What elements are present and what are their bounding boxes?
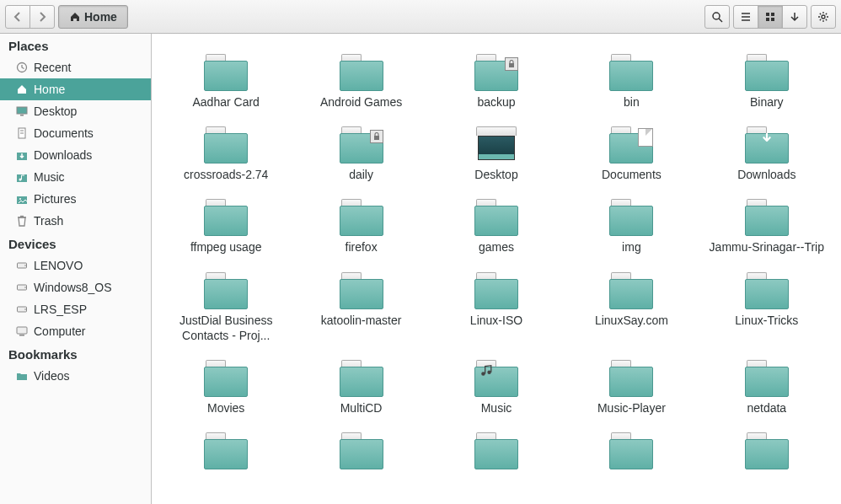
sidebar-item-label: Windows8_OS — [34, 281, 112, 294]
music-icon — [15, 170, 29, 184]
docs-icon — [15, 126, 29, 140]
file-item[interactable]: katoolin-master — [293, 265, 428, 346]
folder-icon — [338, 196, 385, 236]
file-label: Jammu-Srinagar--Trip — [710, 239, 824, 255]
file-item[interactable]: netdata — [699, 353, 834, 419]
file-item[interactable] — [429, 426, 564, 441]
grid-view-button[interactable] — [758, 5, 783, 29]
file-label: Music-Player — [597, 400, 666, 416]
file-item[interactable]: JustDial Business Contacts - Proj... — [158, 265, 293, 346]
breadcrumb-home[interactable]: Home — [58, 5, 128, 29]
file-item[interactable]: Music-Player — [564, 353, 699, 419]
sidebar-item-trash[interactable]: Trash — [0, 210, 151, 232]
lock-icon — [370, 130, 383, 143]
sidebar-item-music[interactable]: Music — [0, 166, 151, 188]
sidebar-item-computer[interactable]: Computer — [0, 320, 151, 342]
svg-point-34 — [487, 370, 490, 373]
folder-icon — [473, 269, 520, 309]
sidebar-item-label: Desktop — [34, 105, 77, 118]
sidebar-item-home[interactable]: Home — [0, 78, 151, 100]
file-item[interactable]: Jammu-Srinagar--Trip — [699, 192, 834, 258]
file-item[interactable] — [158, 426, 293, 441]
file-label: bin — [624, 94, 640, 110]
sidebar-item-lrs-esp[interactable]: LRS_ESP — [0, 298, 151, 320]
svg-line-1 — [719, 19, 722, 22]
file-item[interactable]: Binary — [699, 47, 834, 113]
sidebar-item-desktop[interactable]: Desktop — [0, 100, 151, 122]
sidebar-item-label: Home — [34, 83, 65, 96]
sidebar-item-documents[interactable]: Documents — [0, 122, 151, 144]
sidebar-item-pictures[interactable]: Pictures — [0, 188, 151, 210]
view-buttons — [733, 5, 807, 29]
desktop-icon — [15, 105, 29, 118]
sidebar-item-label: Music — [34, 170, 65, 184]
forward-button[interactable] — [29, 5, 55, 29]
file-item[interactable]: Downloads — [699, 120, 834, 185]
folder-icon — [202, 196, 249, 236]
chevron-down-icon — [789, 11, 801, 23]
file-item[interactable] — [564, 426, 699, 441]
svg-rect-29 — [17, 327, 27, 334]
search-button[interactable] — [704, 5, 730, 29]
folder-icon — [202, 51, 249, 91]
file-item[interactable]: backup — [429, 47, 564, 113]
file-item[interactable]: Linux-ISO — [429, 265, 564, 346]
file-item[interactable]: Documents — [564, 120, 699, 185]
file-item[interactable]: MultiCD — [293, 353, 428, 419]
view-options-button[interactable] — [782, 5, 807, 29]
file-item[interactable]: daily — [293, 120, 428, 185]
list-view-button[interactable] — [733, 5, 758, 29]
gear-icon — [817, 11, 829, 23]
file-item[interactable]: img — [564, 192, 699, 258]
file-item[interactable]: Android Games — [293, 47, 428, 113]
breadcrumb-label: Home — [84, 10, 117, 24]
file-label: LinuxSay.com — [595, 313, 668, 328]
file-item[interactable]: firefox — [293, 192, 428, 258]
folder-icon — [743, 269, 790, 309]
file-grid[interactable]: Aadhar CardAndroid GamesbackupbinBinaryc… — [152, 34, 841, 504]
sidebar-item-label: Downloads — [34, 148, 92, 162]
file-item[interactable]: crossroads-2.74 — [158, 120, 293, 185]
sidebar[interactable]: PlacesRecentHomeDesktopDocumentsDownload… — [0, 34, 152, 504]
folder-icon — [743, 123, 790, 164]
sidebar-item-label: LRS_ESP — [34, 303, 87, 316]
folder-icon — [608, 196, 655, 236]
file-item[interactable]: Movies — [158, 353, 293, 419]
sidebar-item-windows8-os[interactable]: Windows8_OS — [0, 276, 151, 298]
file-item[interactable] — [699, 426, 834, 441]
sidebar-item-label: Pictures — [34, 192, 77, 206]
file-item[interactable]: games — [429, 192, 564, 258]
file-item[interactable] — [293, 426, 428, 441]
nav-buttons — [5, 5, 55, 29]
file-label: Linux-ISO — [470, 313, 522, 328]
svg-rect-32 — [374, 136, 379, 140]
search-icon — [711, 11, 723, 23]
sidebar-item-videos[interactable]: Videos — [0, 365, 151, 387]
file-item[interactable]: ffmpeg usage — [158, 192, 293, 258]
recent-icon — [15, 61, 29, 74]
sidebar-item-lenovo[interactable]: LENOVO — [0, 255, 151, 276]
folder-icon — [338, 51, 385, 91]
sidebar-item-recent[interactable]: Recent — [0, 56, 151, 78]
folder-icon — [608, 123, 655, 164]
file-label: Documents — [602, 167, 662, 182]
back-button[interactable] — [5, 5, 30, 29]
folder-icon — [743, 429, 790, 437]
file-item[interactable]: Aadhar Card — [158, 47, 293, 113]
folder-icon — [202, 123, 249, 164]
folder-icon — [608, 269, 655, 309]
file-label: Desktop — [474, 167, 517, 182]
file-item[interactable]: bin — [564, 47, 699, 113]
file-item[interactable]: Music — [429, 353, 564, 419]
sidebar-item-downloads[interactable]: Downloads — [0, 144, 151, 166]
file-item[interactable]: LinuxSay.com — [564, 265, 699, 346]
menu-button[interactable] — [811, 5, 836, 29]
pictures-icon — [15, 192, 29, 206]
file-item[interactable]: Desktop — [429, 120, 564, 185]
file-item[interactable]: Linux-Tricks — [699, 265, 834, 346]
file-label: JustDial Business Contacts - Proj... — [167, 313, 285, 343]
folder-icon — [473, 357, 520, 397]
file-label: firefox — [346, 239, 378, 255]
drive-icon — [15, 259, 29, 272]
folder-icon — [608, 429, 655, 437]
